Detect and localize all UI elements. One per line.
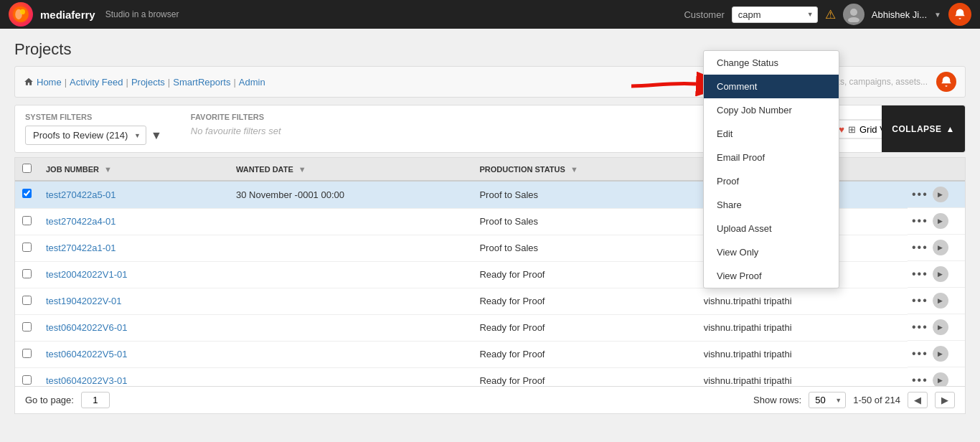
job-number-link[interactable]: test270422a1-01 <box>46 243 116 253</box>
row-checkbox-cell <box>15 367 39 387</box>
row-checkbox[interactable] <box>22 349 32 358</box>
breadcrumb-admin[interactable]: Admin <box>239 77 265 88</box>
row-play-button[interactable]: ▶ <box>933 346 948 362</box>
row-checkbox-cell <box>15 288 39 314</box>
job-number-filter-icon[interactable]: ▼ <box>104 165 112 174</box>
notification-button[interactable] <box>948 3 971 26</box>
warning-icon: ⚠ <box>825 7 836 22</box>
row-play-button[interactable]: ▶ <box>933 187 948 202</box>
row-play-button[interactable]: ▶ <box>933 293 948 309</box>
context-menu-item-proof[interactable]: Proof <box>704 169 839 193</box>
select-all-checkbox[interactable] <box>22 164 32 173</box>
row-play-button[interactable]: ▶ <box>933 319 948 335</box>
row-actions-cell: ••• ▶ <box>908 314 965 341</box>
row-actions-cell: ••• ▶ <box>908 182 965 208</box>
job-number-cell: test06042022V6-01 <box>39 314 229 341</box>
production-status-filter-icon[interactable]: ▼ <box>570 165 578 174</box>
production-status-cell: Proof to Sales <box>472 181 696 208</box>
row-checkbox[interactable] <box>22 296 32 305</box>
job-number-col: JOB NUMBER ▼ <box>39 158 229 181</box>
favorite-filters-title: FAVORITE FILTERS <box>191 113 281 121</box>
wanted-date-cell <box>229 288 473 314</box>
brand-name: mediaferry <box>40 9 95 21</box>
username: Abhishek Ji... <box>872 9 927 20</box>
row-checkbox[interactable] <box>22 375 32 385</box>
avatar <box>843 4 864 25</box>
breadcrumb-smartreports[interactable]: SmartReports <box>173 77 230 88</box>
row-checkbox-cell <box>15 208 39 235</box>
customer-select[interactable]: capm <box>732 6 818 23</box>
collapse-button[interactable]: COLLAPSE ▲ <box>882 105 965 152</box>
row-checkbox[interactable] <box>22 269 32 278</box>
wanted-date-cell <box>229 261 473 288</box>
row-actions-dots[interactable]: ••• <box>912 294 928 307</box>
row-actions-dots[interactable]: ••• <box>912 268 928 281</box>
job-number-link[interactable]: test270422a4-01 <box>46 216 116 227</box>
row-actions-cell: ••• ▶ <box>908 288 965 314</box>
context-menu-item-upload-asset[interactable]: Upload Asset <box>704 217 839 240</box>
sales-rep-cell: vishnu.tripathi tripathi <box>697 367 908 387</box>
row-checkbox-cell <box>15 235 39 261</box>
row-actions-dots[interactable]: ••• <box>912 347 928 360</box>
next-page-button[interactable]: ▶ <box>935 392 955 408</box>
range-label: 1-50 of 214 <box>853 395 900 405</box>
app-logo <box>9 2 33 27</box>
row-play-button[interactable]: ▶ <box>933 372 948 387</box>
context-menu-item-comment[interactable]: Comment <box>704 75 839 98</box>
collapse-chevron-icon: ▲ <box>946 124 955 134</box>
row-actions-dots[interactable]: ••• <box>912 215 928 227</box>
job-number-cell: test270422a5-01 <box>39 181 229 208</box>
breadcrumb-sep-4: | <box>233 77 235 88</box>
context-menu-item-view-proof[interactable]: View Proof <box>704 264 839 288</box>
job-number-link[interactable]: test19042022V-01 <box>46 296 122 306</box>
context-menu-item-view-only[interactable]: View Only <box>704 240 839 264</box>
job-number-link[interactable]: test20042022V1-01 <box>46 269 127 280</box>
row-actions-cell: ••• ▶ <box>908 341 965 367</box>
context-menu-item-edit[interactable]: Edit <box>704 122 839 146</box>
job-number-link[interactable]: test06042022V6-01 <box>46 322 127 333</box>
system-filters-section: SYSTEM FILTERS Proofs to Review (214) Al… <box>25 113 162 145</box>
production-status-cell: Ready for Proof <box>472 261 696 288</box>
row-actions-dots[interactable]: ••• <box>912 188 928 201</box>
breadcrumb-home[interactable]: Home <box>37 77 62 88</box>
job-number-link[interactable]: test270422a5-01 <box>46 189 116 200</box>
row-checkbox[interactable] <box>22 322 32 332</box>
context-menu-item-email-proof[interactable]: Email Proof <box>704 146 839 169</box>
row-actions-cell: ••• ▶ <box>908 261 965 288</box>
row-actions-dots[interactable]: ••• <box>912 321 928 334</box>
user-menu-chevron-icon[interactable]: ▼ <box>934 11 941 19</box>
system-filter-chevron-icon[interactable]: ▼ <box>151 129 162 142</box>
row-play-button[interactable]: ▶ <box>933 266 948 282</box>
breadcrumb-activity[interactable]: Activity Feed <box>70 77 123 88</box>
system-filter-dropdown-outer: Proofs to Review (214) All Projects My P… <box>25 126 146 145</box>
breadcrumb-sep-2: | <box>126 77 128 88</box>
rows-per-page-select[interactable]: 10 25 50 100 <box>809 392 846 408</box>
svg-point-2 <box>20 9 25 14</box>
page-input[interactable] <box>81 392 110 408</box>
row-actions-dots[interactable]: ••• <box>912 241 928 254</box>
wanted-date-cell <box>229 314 473 341</box>
row-play-button[interactable]: ▶ <box>933 240 948 255</box>
system-filter-dropdown[interactable]: Proofs to Review (214) All Projects My P… <box>25 126 146 145</box>
prev-page-button[interactable]: ◀ <box>908 392 928 408</box>
heart-icon: ♥ <box>839 123 844 134</box>
job-number-link[interactable]: test06042022V5-01 <box>46 349 127 359</box>
top-nav: mediaferry Studio in a browser Customer … <box>0 0 980 29</box>
production-status-col: PRODUCTION STATUS ▼ <box>472 158 696 181</box>
row-checkbox[interactable] <box>22 216 32 225</box>
wanted-date-cell <box>229 341 473 367</box>
context-menu-item-change-status[interactable]: Change Status <box>704 51 839 75</box>
row-checkbox[interactable] <box>22 189 32 198</box>
row-checkbox[interactable] <box>22 243 32 252</box>
wanted-date-filter-icon[interactable]: ▼ <box>298 165 306 174</box>
breadcrumb-projects[interactable]: Projects <box>131 77 165 88</box>
row-play-button[interactable]: ▶ <box>933 213 948 229</box>
row-actions-dots[interactable]: ••• <box>912 374 928 387</box>
notification-icon[interactable] <box>936 72 956 92</box>
home-icon <box>24 77 34 87</box>
table-row: test06042022V6-01 Ready for Proof vishnu… <box>15 314 965 341</box>
job-number-link[interactable]: test06042022V3-01 <box>46 375 127 386</box>
context-menu-item-share[interactable]: Share <box>704 193 839 217</box>
context-menu-item-copy-job-number[interactable]: Copy Job Number <box>704 98 839 122</box>
row-checkbox-cell <box>15 341 39 367</box>
